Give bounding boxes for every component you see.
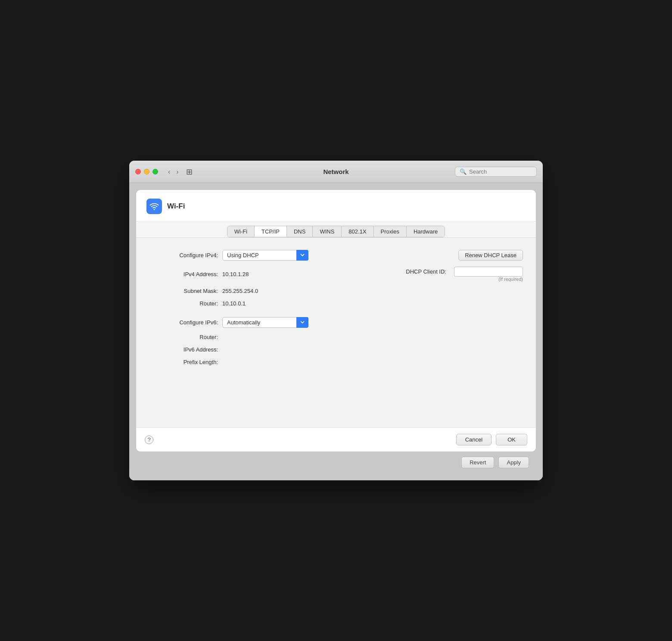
traffic-lights (135, 169, 158, 174)
configure-ipv4-select-wrapper: Using DHCP Manually Off (222, 250, 308, 261)
tab-proxies[interactable]: Proxies (374, 226, 407, 237)
ipv6-address-label: IPv6 Address: (149, 346, 218, 353)
cancel-button[interactable]: Cancel (456, 434, 492, 445)
ipv4-section: Configure IPv4: Using DHCP Manually Off (149, 250, 523, 307)
configure-ipv6-label: Configure IPv6: (149, 319, 218, 326)
bottom-bar: ? Cancel OK (136, 427, 536, 451)
renew-dhcp-button[interactable]: Renew DHCP Lease (458, 250, 523, 261)
tabs-container: Wi-Fi TCP/IP DNS WINS 802.1X Proxies Har… (227, 226, 445, 237)
navigation-buttons: ‹ › (166, 167, 181, 177)
ipv6-router-row: Router: (149, 334, 523, 340)
minimize-button[interactable] (144, 169, 149, 174)
tab-tcpip[interactable]: TCP/IP (255, 226, 287, 237)
wifi-icon (146, 199, 162, 214)
ipv6-section: Configure IPv6: Automatically Manually O… (149, 317, 523, 365)
grid-icon[interactable]: ⊞ (186, 167, 193, 177)
dhcp-hint: (If required) (498, 277, 523, 282)
configure-ipv6-select[interactable]: Automatically Manually Off (222, 317, 308, 328)
dhcp-client-id-label: DHCP Client ID: (406, 268, 446, 275)
titlebar: ‹ › ⊞ Network 🔍 (129, 161, 543, 183)
search-input[interactable] (469, 168, 532, 175)
tab-dns[interactable]: DNS (287, 226, 313, 237)
main-window: ‹ › ⊞ Network 🔍 Wi-Fi (129, 161, 543, 480)
back-button[interactable]: ‹ (166, 167, 172, 177)
subnet-mask-label: Subnet Mask: (149, 288, 218, 294)
configure-ipv4-row: Configure IPv4: Using DHCP Manually Off (149, 250, 523, 261)
ipv4-address-value: 10.10.1.28 (222, 271, 249, 277)
help-button[interactable]: ? (145, 436, 153, 444)
apply-button[interactable]: Apply (498, 457, 529, 468)
ipv4-router-label: Router: (149, 300, 218, 307)
window-content: Wi-Fi Wi-Fi TCP/IP DNS WINS 802.1X Proxi… (129, 183, 543, 480)
subnet-mask-row: Subnet Mask: 255.255.254.0 (149, 288, 523, 294)
search-bar: 🔍 (455, 167, 537, 177)
window-title: Network (323, 168, 348, 175)
search-icon: 🔍 (460, 168, 467, 175)
ipv6-router-label: Router: (149, 334, 218, 340)
tab-8021x[interactable]: 802.1X (342, 226, 373, 237)
close-button[interactable] (135, 169, 141, 174)
panel-title: Wi-Fi (167, 202, 185, 211)
ipv4-address-label: IPv4 Address: (149, 271, 218, 277)
main-panel: Wi-Fi Wi-Fi TCP/IP DNS WINS 802.1X Proxi… (136, 190, 536, 451)
content-area: Configure IPv4: Using DHCP Manually Off (136, 238, 536, 427)
subnet-mask-value: 255.255.254.0 (222, 288, 258, 294)
tab-wifi[interactable]: Wi-Fi (227, 226, 255, 237)
ipv4-address-row: IPv4 Address: 10.10.1.28 DHCP Client ID:… (149, 267, 523, 282)
ipv4-router-value: 10.10.0.1 (222, 300, 246, 307)
svg-point-0 (154, 209, 155, 210)
configure-ipv4-label: Configure IPv4: (149, 252, 218, 258)
panel-header: Wi-Fi (136, 190, 536, 221)
ipv4-router-row: Router: 10.10.0.1 (149, 300, 523, 307)
bottom-actions: Cancel OK (456, 434, 527, 445)
footer-bar: Revert Apply (136, 451, 536, 473)
configure-ipv4-select[interactable]: Using DHCP Manually Off (222, 250, 308, 261)
prefix-length-row: Prefix Length: (149, 359, 523, 365)
configure-ipv6-row: Configure IPv6: Automatically Manually O… (149, 317, 523, 328)
tabs-bar: Wi-Fi TCP/IP DNS WINS 802.1X Proxies Har… (136, 221, 536, 238)
prefix-length-label: Prefix Length: (149, 359, 218, 365)
dhcp-client-id-input[interactable] (454, 267, 523, 277)
tab-hardware[interactable]: Hardware (407, 226, 445, 237)
revert-button[interactable]: Revert (461, 457, 494, 468)
forward-button[interactable]: › (174, 167, 180, 177)
configure-ipv6-select-wrapper: Automatically Manually Off (222, 317, 308, 328)
ok-button[interactable]: OK (496, 434, 527, 445)
tab-wins[interactable]: WINS (313, 226, 342, 237)
ipv6-address-row: IPv6 Address: (149, 346, 523, 353)
maximize-button[interactable] (152, 169, 158, 174)
